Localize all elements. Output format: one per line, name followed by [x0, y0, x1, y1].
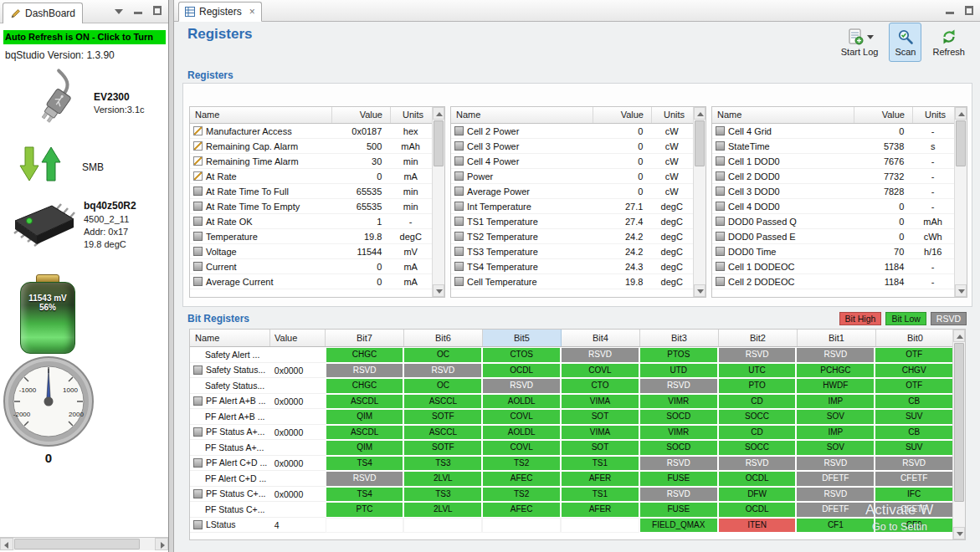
minimize-icon[interactable]	[944, 6, 956, 16]
scroll-up-arrow[interactable]	[955, 107, 967, 120]
register-row[interactable]: At Rate Time To Empty65535min	[190, 199, 432, 214]
start-log-button[interactable]: Start Log	[836, 23, 884, 62]
bit-column-header-bit4[interactable]: Bit4	[562, 330, 640, 346]
register-row[interactable]: TS4 Temperature24.3degC	[451, 259, 693, 274]
bit-register-row[interactable]: PF Status C+...0x0000TS4TS3TS2TS1RSVDDFW…	[190, 487, 953, 503]
vertical-scrollbar[interactable]	[952, 330, 965, 539]
register-row[interactable]: Remaining Time Alarm30min	[190, 154, 432, 169]
register-row[interactable]: Cell 1 DOD07676-	[712, 154, 954, 169]
column-header-units[interactable]: Units	[913, 107, 956, 123]
register-row[interactable]: Cell 2 DOD07732-	[712, 169, 954, 184]
register-row[interactable]: At Rate OK1-	[190, 214, 432, 229]
scroll-down-arrow[interactable]	[694, 284, 705, 297]
dashboard-tab[interactable]: DashBoard	[3, 3, 83, 23]
register-row[interactable]: Cell 4 Grid0-	[712, 124, 954, 139]
bit-cell: FIELD_QMAX	[639, 518, 718, 534]
scroll-thumb[interactable]	[956, 120, 966, 166]
column-header-units[interactable]: Units	[391, 107, 434, 123]
column-header-name[interactable]: Name	[190, 107, 332, 123]
vertical-scrollbar[interactable]	[432, 107, 444, 297]
adapter-name: EV2300	[94, 91, 130, 103]
bit-column-header-bit7[interactable]: Bit7	[326, 330, 404, 346]
column-header-value[interactable]: Value	[593, 107, 652, 123]
auto-refresh-banner[interactable]: Auto Refresh is ON - Click to Turn	[3, 30, 166, 44]
bit-register-row[interactable]: Safety Alert ...CHGCOCCTOSRSVDPTOSRSVDRS…	[190, 347, 953, 363]
vertical-scrollbar[interactable]	[954, 107, 967, 297]
register-row[interactable]: At Rate0mA	[190, 169, 432, 184]
bit-column-header-value[interactable]: Value	[270, 330, 326, 346]
bit-register-row[interactable]: LStatus4FIELD_QMAXITENCF1CF0	[190, 518, 953, 534]
column-header-units[interactable]: Units	[652, 107, 695, 123]
register-value: 24.3	[593, 262, 651, 272]
register-row[interactable]: TS2 Temperature24.2degC	[451, 229, 693, 244]
register-row[interactable]: Current0mA	[190, 259, 432, 274]
register-row[interactable]: StateTime5738s	[712, 139, 954, 154]
scroll-right-arrow[interactable]	[155, 538, 168, 550]
register-row[interactable]: Cell 3 Power0cW	[451, 139, 693, 154]
register-row[interactable]: Cell 1 DODEOC1184-	[712, 259, 954, 274]
dashboard-horizontal-scrollbar[interactable]	[0, 537, 168, 550]
scroll-down-arrow[interactable]	[953, 527, 965, 539]
maximize-icon[interactable]	[151, 6, 163, 16]
scroll-up-arrow[interactable]	[953, 330, 965, 342]
register-row[interactable]: Average Current0mA	[190, 274, 432, 289]
scroll-thumb[interactable]	[954, 343, 964, 502]
register-row[interactable]: DOD0 Passed E0cWh	[712, 229, 954, 244]
register-row[interactable]: DOD0 Passed Q0mAh	[712, 214, 954, 229]
bit-register-row[interactable]: PF Status A+...QIMSOTFCOVLSOTSOCDSOCCSOV…	[190, 440, 953, 456]
register-row[interactable]: TS1 Temperature27.4degC	[451, 214, 693, 229]
scroll-down-arrow[interactable]	[433, 284, 444, 297]
bit-register-row[interactable]: Safety Status...CHGCOCRSVDCTORSVDPTOHWDF…	[190, 378, 953, 394]
minimize-icon[interactable]	[132, 6, 144, 16]
bit-register-row[interactable]: PF Alert C+D ...0x0000TS4TS3TS2TS1RSVDRS…	[190, 456, 953, 472]
scroll-left-arrow[interactable]	[0, 538, 13, 550]
refresh-button[interactable]: Refresh	[927, 23, 970, 62]
bit-column-header-bit5[interactable]: Bit5	[483, 330, 562, 346]
bit-register-row[interactable]: PF Status C+...PTC2LVLAFECAFERFUSEOCDLDF…	[190, 502, 953, 518]
bit-column-header-bit1[interactable]: Bit1	[798, 330, 876, 346]
dropdown-caret-icon[interactable]	[867, 35, 874, 39]
register-row[interactable]: Remaining Cap. Alarm500mAh	[190, 139, 432, 154]
scroll-thumb[interactable]	[695, 120, 705, 166]
column-header-value[interactable]: Value	[332, 107, 391, 123]
register-row[interactable]: Manufacturer Access0x0187hex	[190, 124, 432, 139]
column-header-name[interactable]: Name	[712, 107, 854, 123]
register-row[interactable]: DOD0 Time70h/16	[712, 244, 954, 259]
scroll-up-arrow[interactable]	[694, 107, 705, 120]
maximize-icon[interactable]	[963, 6, 975, 16]
column-header-name[interactable]: Name	[451, 107, 593, 123]
register-row[interactable]: Cell 2 DODEOC1184-	[712, 274, 954, 289]
register-row[interactable]: Cell 2 Power0cW	[451, 124, 693, 139]
bit-column-header-bit0[interactable]: Bit0	[876, 330, 955, 346]
bit-register-row[interactable]: PF Alert C+D ...RSVD2LVLAFECAFERFUSEOCDL…	[190, 471, 953, 487]
bit-register-row[interactable]: PF Alert A+B ...0x0000ASCDLASCCLAOLDLVIM…	[190, 394, 953, 410]
register-row[interactable]: Cell Temperature19.8degC	[451, 274, 693, 289]
column-header-value[interactable]: Value	[854, 107, 913, 123]
register-row[interactable]: Cell 4 DOD00-	[712, 199, 954, 214]
register-row[interactable]: Average Power0cW	[451, 184, 693, 199]
bit-register-row[interactable]: Safety Status...0x0000RSVDRSVDOCDLCOVLUT…	[190, 363, 953, 379]
register-row[interactable]: Cell 3 DOD07828-	[712, 184, 954, 199]
bit-column-header-bit3[interactable]: Bit3	[640, 330, 719, 346]
scroll-down-arrow[interactable]	[955, 284, 967, 297]
register-row[interactable]: Voltage11544mV	[190, 244, 432, 259]
view-menu-icon[interactable]	[113, 6, 125, 16]
bit-column-header-bit6[interactable]: Bit6	[404, 330, 483, 346]
register-row[interactable]: Power0cW	[451, 169, 693, 184]
scroll-thumb[interactable]	[14, 539, 140, 549]
bit-register-row[interactable]: PF Alert A+B ...QIMSOTFCOVLSOTSOCDSOCCSO…	[190, 409, 953, 425]
bit-column-header-bit2[interactable]: Bit2	[719, 330, 798, 346]
close-tab-icon[interactable]: ×	[249, 6, 255, 18]
scroll-up-arrow[interactable]	[433, 107, 444, 120]
register-row[interactable]: Cell 4 Power0cW	[451, 154, 693, 169]
bit-column-header-name[interactable]: Name	[190, 330, 270, 346]
bit-register-row[interactable]: PF Status A+...0x0000ASCDLASCCLAOLDLVIMA…	[190, 425, 953, 441]
registers-tab[interactable]: Registers ×	[178, 2, 262, 22]
vertical-scrollbar[interactable]	[693, 107, 705, 297]
scan-button[interactable]: Scan	[889, 23, 921, 62]
register-row[interactable]: TS3 Temperature24.2degC	[451, 244, 693, 259]
register-row[interactable]: Int Temperature27.1degC	[451, 199, 693, 214]
register-row[interactable]: At Rate Time To Full65535min	[190, 184, 432, 199]
scroll-thumb[interactable]	[434, 120, 444, 166]
register-row[interactable]: Temperature19.8degC	[190, 229, 432, 244]
